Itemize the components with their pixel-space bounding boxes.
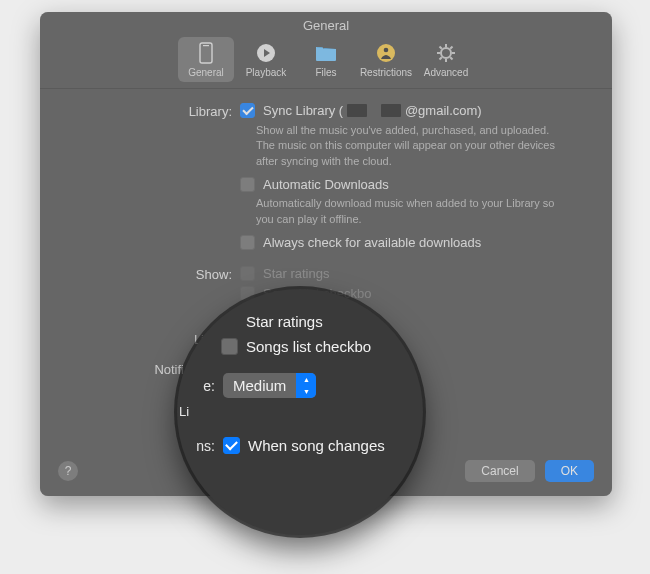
select-arrows-icon: ▲▼ bbox=[296, 373, 316, 398]
star-ratings-label: Star ratings bbox=[263, 266, 329, 281]
list-size-select[interactable]: Medium ▲▼ bbox=[223, 373, 316, 398]
auto-downloads-checkbox[interactable] bbox=[240, 177, 255, 192]
svg-line-10 bbox=[440, 47, 442, 49]
svg-point-3 bbox=[377, 44, 395, 62]
redacted-block bbox=[347, 104, 367, 117]
tab-label: Restrictions bbox=[360, 67, 412, 78]
songs-list-checkbox-zoom[interactable] bbox=[221, 338, 238, 355]
show-label: Show: bbox=[64, 266, 232, 282]
li-fragment-zoom: Li bbox=[177, 404, 197, 419]
svg-point-4 bbox=[384, 48, 389, 53]
star-ratings-checkbox[interactable] bbox=[240, 266, 255, 281]
gear-icon bbox=[434, 41, 458, 65]
svg-rect-1 bbox=[203, 45, 209, 46]
tab-label: Advanced bbox=[424, 67, 468, 78]
svg-point-5 bbox=[441, 48, 451, 58]
size-label-fragment: e: bbox=[177, 378, 223, 394]
redacted-block bbox=[381, 104, 401, 117]
when-song-changes-label: When song changes bbox=[248, 437, 385, 454]
tab-general[interactable]: General bbox=[178, 37, 234, 82]
svg-line-13 bbox=[440, 57, 442, 59]
tab-label: General bbox=[188, 67, 224, 78]
auto-downloads-label: Automatic Downloads bbox=[263, 177, 389, 192]
preferences-toolbar: General Playback Files Restrictions Adva… bbox=[40, 35, 612, 89]
notifications-label-right: ns: bbox=[177, 438, 223, 454]
help-button[interactable]: ? bbox=[58, 461, 78, 481]
when-song-changes-checkbox[interactable] bbox=[223, 437, 240, 454]
library-label: Library: bbox=[64, 103, 232, 119]
always-check-label: Always check for available downloads bbox=[263, 235, 481, 250]
sync-library-text: Sync Library ( @gmail.com) bbox=[263, 103, 482, 118]
play-icon bbox=[254, 41, 278, 65]
star-ratings-label-zoom: Star ratings bbox=[246, 313, 323, 330]
ok-button[interactable]: OK bbox=[545, 460, 594, 482]
magnifier-lens: Star ratings Songs list checkbo e: Mediu… bbox=[177, 289, 423, 535]
li-fragment: Li bbox=[64, 331, 204, 347]
tab-label: Files bbox=[315, 67, 336, 78]
auto-help-text: Automatically download music when added … bbox=[256, 196, 566, 227]
tab-advanced[interactable]: Advanced bbox=[418, 37, 474, 82]
tab-playback[interactable]: Playback bbox=[238, 37, 294, 82]
folder-icon bbox=[314, 41, 338, 65]
restrictions-icon bbox=[374, 41, 398, 65]
sync-help-text: Show all the music you've added, purchas… bbox=[256, 123, 566, 169]
tab-label: Playback bbox=[246, 67, 287, 78]
svg-line-11 bbox=[450, 57, 452, 59]
songs-list-label-zoom: Songs list checkbo bbox=[246, 338, 371, 355]
tab-files[interactable]: Files bbox=[298, 37, 354, 82]
list-size-value: Medium bbox=[223, 377, 296, 394]
sync-library-checkbox[interactable] bbox=[240, 103, 255, 118]
svg-line-12 bbox=[450, 47, 452, 49]
cancel-button[interactable]: Cancel bbox=[465, 460, 534, 482]
general-icon bbox=[194, 41, 218, 65]
notifications-label-left: Notifi bbox=[64, 361, 184, 377]
always-check-checkbox[interactable] bbox=[240, 235, 255, 250]
window-title: General bbox=[40, 12, 612, 35]
tab-restrictions[interactable]: Restrictions bbox=[358, 37, 414, 82]
